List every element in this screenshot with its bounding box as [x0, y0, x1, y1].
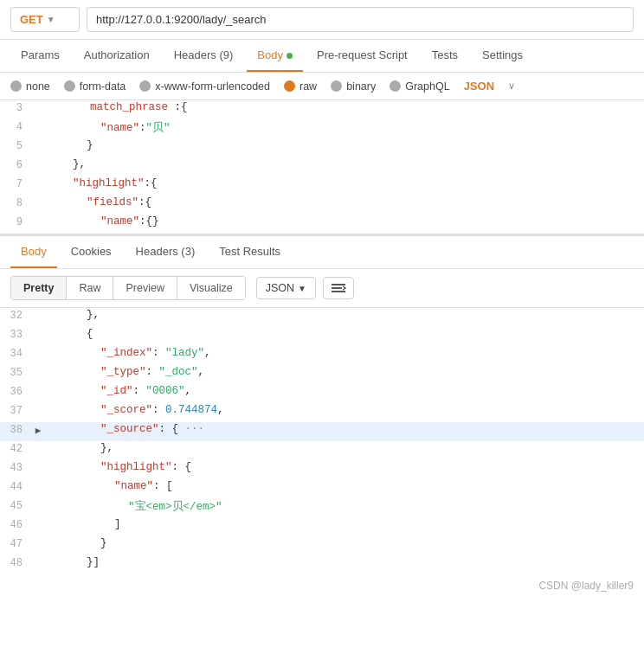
- url-input[interactable]: [87, 7, 634, 32]
- option-none[interactable]: none: [10, 80, 50, 93]
- radio-urlencoded: [139, 80, 151, 92]
- wrap-icon-svg: [331, 282, 346, 294]
- format-chevron-icon: ▼: [298, 284, 306, 293]
- tab-body[interactable]: Body: [247, 40, 303, 72]
- tab-settings[interactable]: Settings: [472, 40, 533, 72]
- response-section: Body Cookies Headers (3) Test Results Pr…: [0, 236, 644, 597]
- sub-tab-visualize[interactable]: Visualize: [177, 277, 245, 299]
- res-line-44: 44 "name": [: [0, 479, 644, 498]
- res-line-37: 37 "_score": 0.744874,: [0, 403, 644, 422]
- res-tab-cookies[interactable]: Cookies: [61, 236, 122, 268]
- res-tab-test-results[interactable]: Test Results: [209, 236, 291, 268]
- res-tab-body[interactable]: Body: [10, 236, 57, 268]
- watermark: CSDN @lady_killer9: [0, 574, 644, 597]
- req-line-5: 5 }: [0, 138, 644, 157]
- view-mode-group: Pretty Raw Preview Visualize: [10, 276, 246, 300]
- req-line-4: 4 "name":"贝": [0, 119, 644, 138]
- res-line-34: 34 "_index": "lady",: [0, 346, 644, 365]
- radio-binary: [331, 80, 342, 92]
- request-tabs: Params Authorization Headers (9) Body Pr…: [0, 40, 644, 73]
- tab-tests[interactable]: Tests: [422, 40, 468, 72]
- body-active-dot: [287, 53, 293, 59]
- sub-tab-pretty[interactable]: Pretty: [11, 277, 67, 299]
- radio-none: [10, 80, 22, 92]
- method-select[interactable]: GET ▼: [10, 7, 80, 32]
- response-tabs: Body Cookies Headers (3) Test Results: [0, 236, 644, 269]
- req-line-6: 6 },: [0, 157, 644, 176]
- res-line-35: 35 "_type": "_doc",: [0, 365, 644, 384]
- res-line-36: 36 "_id": "0006",: [0, 384, 644, 403]
- wrap-toggle[interactable]: [323, 277, 354, 299]
- request-code-area: 3 match_phrase :{ 4 "name":"贝" 5 } 6 }, …: [0, 100, 644, 236]
- radio-raw: [284, 80, 295, 92]
- res-line-47: 47 }: [0, 536, 644, 555]
- res-tab-headers[interactable]: Headers (3): [126, 236, 206, 268]
- response-sub-bar: Pretty Raw Preview Visualize JSON ▼: [0, 269, 644, 308]
- tab-authorization[interactable]: Authorization: [74, 40, 160, 72]
- format-select[interactable]: JSON ▼: [256, 277, 316, 299]
- res-line-45: 45 "宝<em>贝</em>": [0, 498, 644, 517]
- option-binary[interactable]: binary: [331, 80, 376, 93]
- radio-form-data: [64, 80, 75, 92]
- option-urlencoded[interactable]: x-www-form-urlencoded: [139, 80, 270, 93]
- req-line-8: 8 "fields":{: [0, 196, 644, 215]
- res-line-33: 33 {: [0, 327, 644, 346]
- option-raw[interactable]: raw: [284, 80, 317, 93]
- tab-pre-request[interactable]: Pre-request Script: [306, 40, 418, 72]
- res-line-38: 38 ▶ "_source": { ···: [0, 422, 644, 441]
- json-chevron-icon: ∨: [508, 80, 515, 92]
- res-line-32: 32 },: [0, 308, 644, 327]
- option-graphql[interactable]: GraphQL: [390, 80, 449, 93]
- option-form-data[interactable]: form-data: [64, 80, 126, 93]
- res-line-46: 46 ]: [0, 517, 644, 536]
- req-line-9: 9 "name":{}: [0, 215, 644, 234]
- json-format-label[interactable]: JSON: [464, 80, 494, 93]
- sub-tab-preview[interactable]: Preview: [113, 277, 177, 299]
- res-line-43: 43 "highlight": {: [0, 460, 644, 479]
- response-code-area: 32 }, 33 { 34 "_index": "lady", 35 "_typ…: [0, 308, 644, 574]
- method-label: GET: [20, 13, 43, 26]
- req-line-7: 7 "highlight":{: [0, 176, 644, 196]
- res-line-48: 48 }]: [0, 555, 644, 574]
- radio-graphql: [390, 80, 401, 92]
- req-line-3: 3 match_phrase :{: [0, 100, 644, 119]
- tab-params[interactable]: Params: [10, 40, 70, 72]
- sub-tab-raw[interactable]: Raw: [67, 277, 113, 299]
- body-options: none form-data x-www-form-urlencoded raw…: [0, 73, 644, 100]
- method-chevron-icon: ▼: [47, 15, 55, 24]
- url-bar: GET ▼: [0, 0, 644, 40]
- tab-headers[interactable]: Headers (9): [164, 40, 244, 72]
- res-line-42: 42 },: [0, 441, 644, 460]
